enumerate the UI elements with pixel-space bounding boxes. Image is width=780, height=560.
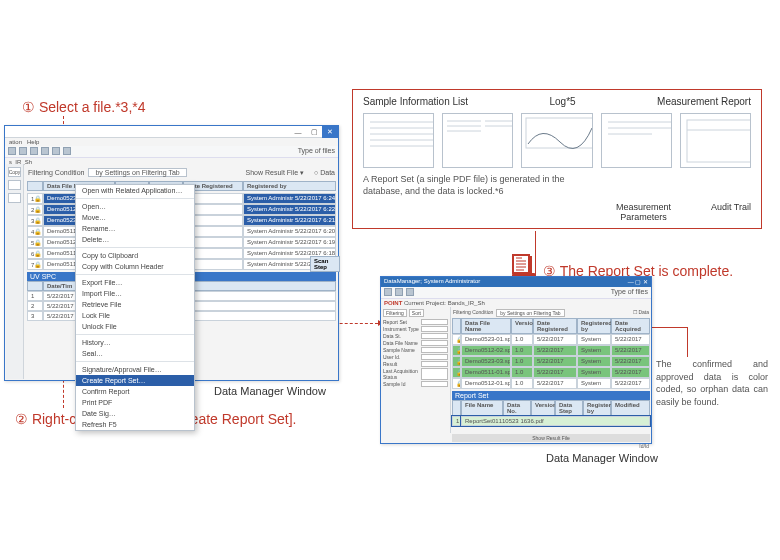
panel-label-params: Measurement Parameters (616, 202, 671, 222)
close-button[interactable]: ✕ (322, 126, 338, 138)
h-by[interactable]: Registered by (577, 318, 611, 334)
sidebar-copy[interactable]: Copy (8, 167, 21, 177)
menu-item[interactable]: Lock File (76, 310, 194, 321)
menu-bar: ation Help (5, 138, 338, 146)
step1-label: ① Select a file.*3,*4 (22, 99, 146, 115)
f-reportset: Report Set (383, 319, 421, 325)
close-icon[interactable]: — ▢ ✕ (628, 278, 648, 286)
hh-reg[interactable]: Registered by (583, 400, 611, 416)
menu-item[interactable]: Open… (76, 201, 194, 212)
panel-label-sample: Sample Information List (363, 96, 468, 107)
filter-panel: Filtering Sort Report Set Instrument Typ… (381, 307, 451, 433)
menu-item[interactable]: Unlock File (76, 321, 194, 332)
reportset-row[interactable]: 1ReportSet01110523 1636.pdf (452, 416, 650, 426)
table-row[interactable]: 🔒Demo0512-02.spc1.05/22/2017System5/22/2… (452, 345, 650, 356)
panel-label-log: Log*5 (549, 96, 575, 107)
tool-icon[interactable] (406, 288, 414, 296)
reportset-input[interactable] (421, 319, 448, 325)
menu-item[interactable]: Import File… (76, 288, 194, 299)
show-result[interactable]: Show Result File (452, 434, 650, 442)
h-scan[interactable]: Scan Step (310, 256, 340, 272)
col-registeredby[interactable]: Registered by (243, 181, 336, 191)
sid-input[interactable] (421, 381, 448, 387)
toolbar: Type of files (5, 146, 338, 158)
thumb-log (442, 113, 513, 168)
menu-item[interactable]: Export File… (76, 277, 194, 288)
table-row[interactable]: 🔒Demo0523-03.spc1.05/22/2017System5/22/2… (452, 356, 650, 367)
filter-row: Filtering Condition by Settings on Filte… (25, 166, 338, 179)
fc2-dd[interactable]: by Settings on Filtering Tab (496, 309, 564, 317)
menu-item[interactable]: Confirm Report (76, 386, 194, 397)
table-row[interactable]: 🔒Demo0512-01.spc1.05/22/2017System5/22/2… (452, 378, 650, 389)
win2-titlebar: DataManager; System Administrator — ▢ ✕ (381, 277, 651, 287)
hh-step[interactable]: Data Step (555, 400, 583, 416)
data-cb[interactable]: Data (638, 309, 649, 315)
proj-text: Current Project: Bands_IR_Sh (404, 300, 485, 306)
sample-input[interactable] (421, 347, 448, 353)
win2-toolbar: Type of files (381, 287, 651, 299)
tool-icon[interactable] (63, 147, 71, 155)
menu-item[interactable]: Retrieve File (76, 299, 194, 310)
menu-item[interactable]: Copy with Column Header (76, 261, 194, 272)
filtering-btn[interactable]: Filtering (383, 309, 407, 317)
dfn-input[interactable] (421, 340, 448, 346)
menu-item[interactable]: Rename… (76, 223, 194, 234)
tool-icon[interactable] (52, 147, 60, 155)
instr-input[interactable] (421, 326, 448, 332)
tool-icon[interactable] (41, 147, 49, 155)
panel-top-labels: Sample Information List Log*5 Measuremen… (363, 96, 751, 107)
panel-label-audit: Audit Trail (711, 202, 751, 222)
f-dfn: Data File Name (383, 340, 421, 346)
side-note: The confirmed and approved data is color… (656, 358, 768, 408)
menu-item[interactable]: Create Report Set… (76, 375, 194, 386)
menu-item[interactable]: Delete… (76, 234, 194, 245)
data-radio[interactable]: Data (320, 169, 335, 176)
sidebar-btn[interactable] (8, 193, 21, 203)
caption-left: Data Manager Window (214, 385, 326, 397)
table-row[interactable]: 🔒Demo0523-01.spc1.05/22/2017System5/22/2… (452, 334, 650, 345)
lower-right-cut: Scan Step (310, 256, 340, 272)
sort-btn[interactable]: Sort (409, 309, 424, 317)
max-button[interactable]: ▢ (306, 126, 322, 138)
menu-item[interactable]: Move… (76, 212, 194, 223)
menu-item[interactable]: History… (76, 337, 194, 348)
tool-icon[interactable] (19, 147, 27, 155)
thumb-sample (363, 113, 434, 168)
svg-rect-12 (526, 118, 591, 148)
h-dfn[interactable]: Data File Name (461, 318, 511, 334)
menu-item[interactable]: Refresh F5 (76, 419, 194, 430)
h-ver[interactable]: Version (511, 318, 533, 334)
menu-item[interactable]: Signature/Approval File… (76, 364, 194, 375)
tool-icon[interactable] (395, 288, 403, 296)
menu-item[interactable]: Print PDF (76, 397, 194, 408)
last-input[interactable] (421, 368, 448, 380)
user-input[interactable] (421, 354, 448, 360)
tool-icon[interactable] (384, 288, 392, 296)
hh-mod[interactable]: Modified (611, 400, 650, 416)
table-row[interactable]: 🔒Demo0511-01.spc1.05/22/2017System5/22/2… (452, 367, 650, 378)
type-files-label: Type of files (298, 147, 335, 156)
hh-fn[interactable]: File Name (461, 400, 503, 416)
menu-item[interactable]: Open with Related Application… (76, 185, 194, 196)
result-input[interactable] (421, 361, 448, 367)
panel-note: A Report Set (a single PDF file) is gene… (363, 174, 593, 197)
datast-input[interactable] (421, 333, 448, 339)
tool-icon[interactable] (30, 147, 38, 155)
win-titlebar: — ▢ ✕ (5, 126, 338, 138)
thumb-params (601, 113, 672, 168)
win-title (5, 126, 290, 137)
min-button[interactable]: — (290, 126, 306, 138)
filter-dropdown[interactable]: by Settings on Filtering Tab (88, 168, 186, 177)
h-acq[interactable]: Date Acquired (611, 318, 650, 334)
hh-v[interactable]: Version (531, 400, 555, 416)
hh-no[interactable]: Data No. (503, 400, 531, 416)
project-line: s_IR_Sh (5, 158, 338, 166)
data-manager-window-right: DataManager; System Administrator — ▢ ✕ … (380, 276, 652, 444)
tool-icon[interactable] (8, 147, 16, 155)
h-reg[interactable]: Date Registered (533, 318, 577, 334)
menu-item[interactable]: Date Sig… (76, 408, 194, 419)
sec-reportset: Report Set (452, 391, 650, 400)
menu-item[interactable]: Copy to Clipboard (76, 250, 194, 261)
menu-item[interactable]: Seal… (76, 348, 194, 359)
sidebar-btn[interactable] (8, 180, 21, 190)
